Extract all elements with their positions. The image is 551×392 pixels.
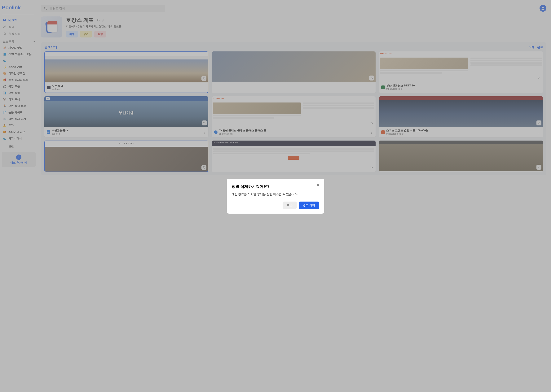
modal-overlay[interactable]: 정말 삭제하시겠어요? 해당 링크를 삭제한 후에는 실행 취소할 수 없습니다… (0, 0, 551, 392)
modal-body: 해당 링크를 삭제한 후에는 실행 취소할 수 없습니다. (232, 193, 319, 196)
modal-title: 정말 삭제하시겠어요? (232, 184, 319, 189)
modal-footer: 취소 링크 삭제 (232, 202, 319, 209)
cancel-button[interactable]: 취소 (283, 202, 297, 209)
close-icon[interactable] (316, 183, 320, 188)
confirm-delete-button[interactable]: 링크 삭제 (299, 202, 319, 209)
delete-confirm-modal: 정말 삭제하시겠어요? 해당 링크를 삭제한 후에는 실행 취소할 수 없습니다… (227, 179, 324, 214)
